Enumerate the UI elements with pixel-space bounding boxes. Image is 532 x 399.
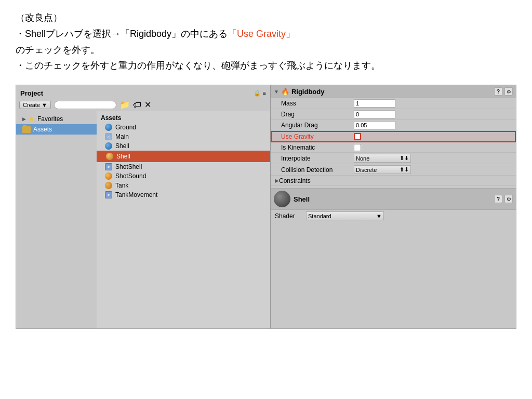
shader-dropdown[interactable]: Standard ▼ — [306, 211, 384, 220]
search-input[interactable] — [54, 101, 116, 109]
assets-column: Assets Ground ◁ Main Shell Shell — [97, 111, 270, 328]
shader-row: Shader Standard ▼ — [271, 210, 516, 222]
is-kinematic-label: Is Kinematic — [281, 144, 354, 151]
shell-header: Shell ? ⚙ — [271, 189, 516, 210]
collision-detection-value: Discrete — [356, 167, 377, 173]
folder-icon: 📁 — [119, 100, 130, 110]
asset-ground[interactable]: Ground — [97, 123, 270, 132]
interpolate-label: Interpolate — [281, 155, 354, 162]
interpolate-dropdown[interactable]: None ⬆⬇ — [354, 154, 411, 163]
bullet1: ・Shellプレハブを選択→「Rigidbody」の中にある「Use Gravi… — [16, 26, 516, 42]
prop-drag: Drag 0 — [271, 109, 516, 120]
tank-sphere-icon — [105, 182, 112, 189]
shell-material-sphere-icon — [274, 191, 290, 207]
shell-section: Shell ? ⚙ Shader Standard ▼ — [271, 188, 516, 222]
shell-settings-icon[interactable]: ⚙ — [504, 195, 513, 203]
collision-detection-arrow-icon: ⬆⬇ — [400, 166, 409, 173]
shader-dropdown-arrow-icon: ▼ — [376, 213, 382, 219]
angular-drag-label: Angular Drag — [281, 122, 354, 129]
tag-icon: 🏷 — [133, 100, 141, 110]
shader-label: Shader — [275, 212, 306, 220]
favorites-arrow-icon: ▶ — [22, 116, 26, 122]
asset-shell-selected[interactable]: Shell — [97, 151, 270, 162]
menu-icon: ≡ — [263, 90, 266, 97]
settings-icon[interactable]: ⚙ — [504, 87, 513, 96]
constraints-row: ▶ Constraints — [271, 176, 516, 186]
rigidbody-arrow-icon: ▼ — [274, 89, 279, 95]
prop-collision-detection: Collision Detection Discrete ⬆⬇ — [271, 164, 516, 176]
use-gravity-label: Use Gravity — [281, 133, 354, 140]
rigidbody-section-icons: ? ⚙ — [494, 87, 513, 96]
collision-detection-dropdown[interactable]: Discrete ⬆⬇ — [354, 165, 411, 174]
collision-detection-label: Collision Detection — [281, 166, 354, 174]
text-section: （改良点） ・Shellプレハブを選択→「Rigidbody」の中にある「Use… — [0, 0, 532, 79]
interpolate-arrow-icon: ⬆⬇ — [400, 155, 409, 162]
lock-icon: 🔒 — [254, 90, 261, 97]
shell-title: Shell — [294, 195, 491, 203]
project-title: Project — [20, 89, 43, 97]
shotshell-label: ShotShell — [115, 163, 142, 170]
bullet1-part2: のチェックを外す。 — [16, 43, 516, 58]
tankmovement-label: TankMovement — [115, 191, 157, 198]
angular-drag-input[interactable]: 0.05 — [354, 121, 395, 129]
shotsound-icon — [105, 172, 112, 180]
assets-header: Assets — [97, 113, 270, 123]
asset-shotshell[interactable]: # ShotShell — [97, 162, 270, 171]
sidebar-item-favorites[interactable]: ▶ ★ Favorites — [16, 113, 97, 124]
tankmovement-cs-icon: # — [105, 191, 112, 198]
inspector-panel: ▼ 🔥 Rigidbody ? ⚙ Mass 1 Drag 0 Angular … — [271, 85, 516, 328]
ground-sphere-icon — [105, 124, 112, 131]
shell-selected-label: Shell — [116, 153, 130, 160]
rigidbody-title: Rigidbody — [291, 88, 492, 96]
tank-label: Tank — [115, 182, 128, 189]
main-icon: ◁ — [105, 133, 112, 140]
shell-sphere-icon — [105, 142, 112, 150]
shotsound-label: ShotSound — [115, 172, 146, 180]
project-panel: Project 🔒 ≡ Create ▼ 📁 🏷 ✕ ▶ ★ Favorites — [16, 85, 271, 328]
panel-content: ▶ ★ Favorites Assets Assets Ground ◁ — [16, 111, 270, 328]
constraints-label: Constraints — [279, 177, 311, 184]
is-kinematic-checkbox[interactable] — [354, 144, 361, 151]
project-header: Project 🔒 ≡ — [16, 87, 270, 98]
constraints-arrow-icon: ▶ — [275, 178, 279, 183]
bullet1-highlight: 「Use Gravity」 — [228, 29, 295, 39]
ground-label: Ground — [115, 124, 136, 131]
asset-tankmovement[interactable]: # TankMovement — [97, 190, 270, 200]
prop-interpolate: Interpolate None ⬆⬇ — [271, 153, 516, 164]
shell-question-icon[interactable]: ? — [494, 195, 502, 203]
shell-section-icons: ? ⚙ — [494, 195, 513, 203]
title-note: （改良点） — [16, 10, 516, 25]
prop-is-kinematic: Is Kinematic — [271, 142, 516, 153]
shell-sphere-label: Shell — [115, 142, 129, 150]
prop-mass: Mass 1 — [271, 98, 516, 109]
rigidbody-header: ▼ 🔥 Rigidbody ? ⚙ — [271, 85, 516, 98]
screenshot-container: Project 🔒 ≡ Create ▼ 📁 🏷 ✕ ▶ ★ Favorites — [16, 85, 516, 329]
assets-label: Assets — [33, 126, 52, 133]
question-icon[interactable]: ? — [494, 87, 502, 96]
rigidbody-fire-icon: 🔥 — [281, 88, 289, 96]
shell-prefab-icon — [106, 153, 113, 160]
interpolate-value: None — [356, 155, 369, 162]
bullet2: ・このチェックを外すと重力の作用がなくなり、砲弾がまっすぐ飛ぶようになります。 — [16, 58, 516, 73]
x-icon: ✕ — [144, 100, 151, 110]
asset-main[interactable]: ◁ Main — [97, 132, 270, 141]
main-label: Main — [115, 133, 129, 140]
mass-label: Mass — [281, 100, 354, 107]
project-header-icons: 🔒 ≡ — [254, 90, 266, 97]
asset-shotsound[interactable]: ShotSound — [97, 171, 270, 181]
asset-tank[interactable]: Tank — [97, 181, 270, 190]
create-button[interactable]: Create ▼ — [19, 101, 51, 109]
drag-label: Drag — [281, 111, 354, 118]
favorites-label: Favorites — [37, 115, 63, 123]
drag-input[interactable]: 0 — [354, 110, 395, 118]
asset-shell-sphere[interactable]: Shell — [97, 141, 270, 151]
prop-angular-drag: Angular Drag 0.05 — [271, 120, 516, 131]
sidebar-item-assets[interactable]: Assets — [16, 124, 97, 135]
project-toolbar: Create ▼ 📁 🏷 ✕ — [16, 98, 270, 111]
sidebar-column: ▶ ★ Favorites Assets — [16, 111, 97, 328]
bullet1-part1: ・Shellプレハブを選択→「Rigidbody」の中にある — [16, 29, 228, 39]
mass-input[interactable]: 1 — [354, 99, 395, 108]
favorites-star-icon: ★ — [29, 115, 35, 123]
shader-value: Standard — [308, 213, 331, 219]
use-gravity-checkbox[interactable] — [354, 133, 361, 140]
